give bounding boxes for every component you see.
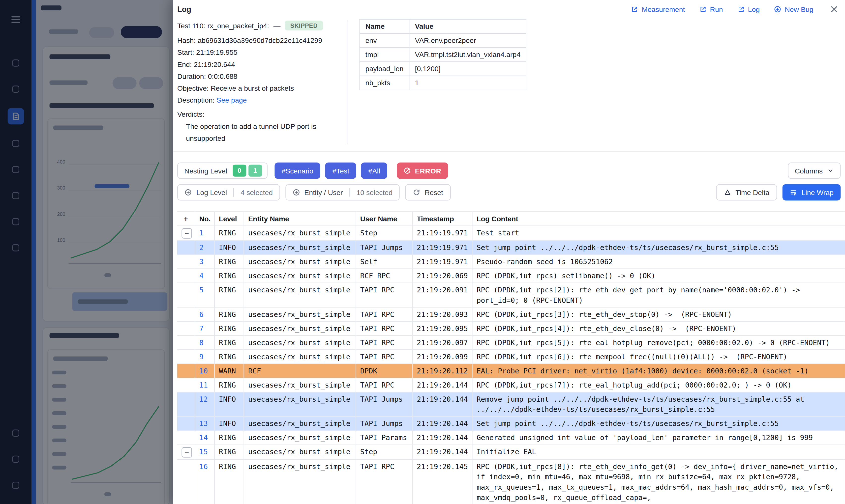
circle-plus-icon [774,5,781,13]
level-cell: RING [214,460,244,504]
plus-circle-icon [292,188,300,196]
param-cell: env [360,33,409,48]
info-divider [347,20,347,144]
description-line: Description: See page [177,95,347,107]
log-content-cell: EAL: Probe PCI driver: net_virtio (1af4:… [472,364,845,378]
tag-filter-scenario[interactable]: #Scenario [275,163,320,179]
log-level-label: Log Level [196,188,227,197]
user-cell: TAPI RPC [355,321,412,336]
action-run[interactable]: Run [699,5,723,13]
nesting-level-label: Nesting Level [184,166,227,175]
row-number-link[interactable]: 10 [199,367,208,375]
log-col-header-no: No. [195,212,214,226]
param-cell: 1 [409,76,526,90]
entity-cell: usecases/rx_burst_simple [244,416,355,431]
action-log[interactable]: Log [737,5,760,13]
row-number-link[interactable]: 9 [199,353,204,361]
log-row-1: −1RINGusecases/rx_burst_simpleStep21:19:… [177,226,845,240]
level-cell: RING [214,254,244,269]
row-number-link[interactable]: 1 [199,229,204,237]
log-row-8: 8RINGusecases/rx_burst_simpleTAPI RPC21:… [177,336,845,349]
table-tools: Time Delta Line Wrap [716,184,841,200]
user-cell: Step [355,445,412,460]
timestamp-cell: 21:19:20.144 [412,378,472,392]
dash-separator: — [274,21,281,30]
log-content-cell: RPC (DPDK,iut_rpcs[2]): rte_eth_dev_get_… [472,283,845,307]
external-link-icon [737,5,745,13]
row-number-link[interactable]: 3 [199,257,204,266]
field-value: 0:0:0.688 [208,72,237,80]
entity-user-label: Entity / User [304,188,343,197]
tag-filter-test[interactable]: #Test [325,163,356,179]
log-content-cell: Pseudo-random seed is 1065251062 [472,254,845,269]
verdict-text: The operation to add a tunnel UDP port i… [186,121,347,144]
log-row-3: 3RINGusecases/rx_burst_simpleSelf21:19:1… [177,254,845,269]
log-table: +No.LevelEntity NameUser NameTimestampLo… [177,211,845,504]
row-number-link[interactable]: 7 [199,324,204,332]
slash-circle-icon [403,167,411,175]
param-cell: payload_len [360,62,409,76]
reset-label: Reset [425,188,443,197]
row-number-link[interactable]: 15 [199,448,208,456]
level-cell: INFO [214,416,244,431]
close-icon[interactable] [830,5,839,14]
collapse-cell [177,416,195,431]
field-label: Description: [177,96,215,104]
action-measurement[interactable]: Measurement [631,5,685,13]
log-level-filter[interactable]: Log Level 4 selected [177,184,280,200]
row-number-link[interactable]: 14 [199,434,208,442]
chevron-down-icon [827,167,833,174]
columns-button[interactable]: Columns [788,163,841,179]
collapse-row-button[interactable]: − [181,228,192,239]
field-label: Start: [177,48,194,56]
log-col-header-[interactable]: + [177,212,195,226]
reset-filters-button[interactable]: Reset [405,184,451,200]
log-content-cell: Initialize EAL [472,445,845,460]
x-icon [830,5,839,14]
log-table-header-row: +No.LevelEntity NameUser NameTimestampLo… [177,212,845,226]
nesting-level-1[interactable]: 1 [248,164,262,176]
log-content-cell: RPC (DPDK,iut_rpcs[8]): rte_eth_dev_info… [472,460,845,504]
row-number-link[interactable]: 13 [199,419,208,428]
line-wrap-button[interactable]: Line Wrap [782,184,841,200]
row-number-link[interactable]: 2 [199,243,204,252]
nesting-level-0[interactable]: 0 [233,164,246,176]
test-title: Test 110: rx_one_packet_ip4: [177,21,269,30]
error-filter-button[interactable]: ERROR [397,163,448,179]
entity-user-count: 10 selected [356,188,392,197]
see-page-link[interactable]: See page [216,96,247,104]
param-row: tmplVAR.tmpl.tst2iut.vlan_vxlan4.arp4 [360,48,526,62]
row-number-link[interactable]: 11 [199,381,208,389]
tag-filter-buttons: #Scenario#Test#All [275,163,387,179]
action-new-bug[interactable]: New Bug [774,5,813,13]
row-number-link[interactable]: 6 [199,310,204,319]
row-number-link[interactable]: 16 [199,462,208,471]
screen: 400300200100 [0,0,845,504]
log-content-cell: Generated unsigned int value of 'payload… [472,431,845,445]
user-cell: TAPI RPC [355,336,412,349]
no-cell: 8 [195,336,214,349]
row-number-link[interactable]: 12 [199,395,208,403]
row-number-link[interactable]: 5 [199,286,204,294]
log-row-14: 14RINGusecases/rx_burst_simpleTAPI Param… [177,431,845,445]
row-number-link[interactable]: 4 [199,272,204,280]
timestamp-cell: 21:19:20.069 [412,269,472,283]
collapse-row-button[interactable]: − [181,447,192,458]
no-cell: 2 [195,240,214,254]
timestamp-cell: 21:19:20.097 [412,336,472,349]
log-row-15: −15RINGusecases/rx_burst_simpleStep21:19… [177,445,845,460]
entity-user-filter[interactable]: Entity / User 10 selected [285,184,400,200]
row-number-link[interactable]: 8 [199,339,204,347]
no-cell: 11 [195,378,214,392]
tag-filter-all[interactable]: #All [361,163,387,179]
log-col-header-log-content: Log Content [472,212,845,226]
external-link-icon [699,5,707,13]
time-delta-button[interactable]: Time Delta [716,184,777,200]
log-col-header-entity-name: Entity Name [244,212,355,226]
collapse-cell [177,378,195,392]
timestamp-cell: 21:19:20.093 [412,307,472,321]
log-content-cell: RPC (DPDK,iut_rpcs) setlibname() -> 0 (O… [472,269,845,283]
drawer-header: Log MeasurementRunLogNew Bug [173,0,845,14]
entity-cell: usecases/rx_burst_simple [244,321,355,336]
test-info-section: Test 110: rx_one_packet_ip4: — SKIPPED H… [173,14,845,151]
